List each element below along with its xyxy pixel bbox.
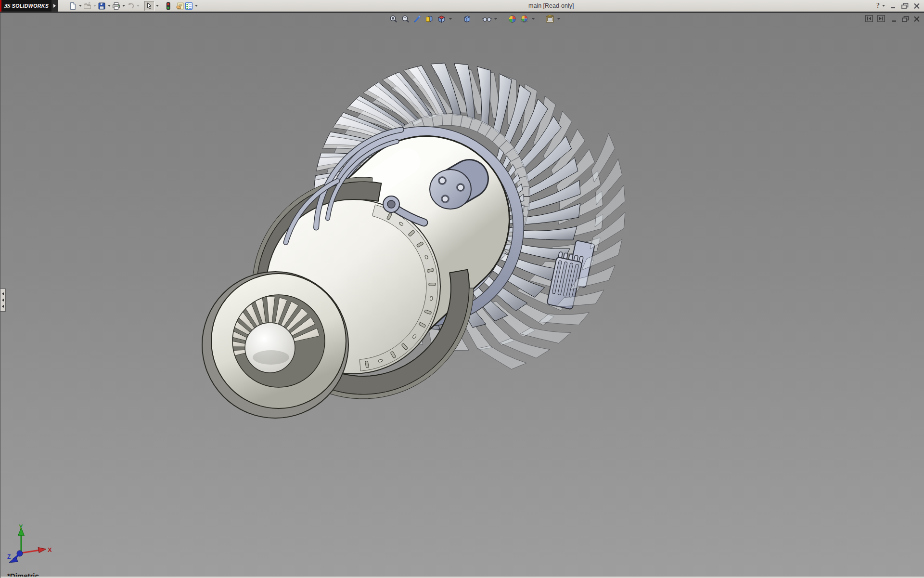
section-view-button[interactable] [424,14,435,24]
open-button[interactable] [83,1,92,11]
window-controls: ? [876,1,921,11]
help-dropdown[interactable] [881,1,886,11]
apply-scene-dropdown[interactable] [531,18,535,20]
collapse-featuremanager-button[interactable] [865,15,873,24]
help-button[interactable]: ? [876,2,880,10]
view-settings-button[interactable] [545,14,555,24]
options-button[interactable] [184,1,193,11]
traffic-light-icon [165,2,172,10]
doc-restore-icon [902,16,909,22]
select-button[interactable] [144,1,154,11]
menu-expand-button[interactable] [51,0,58,12]
new-document-button[interactable] [68,1,77,11]
triangle-left-icon [2,299,4,302]
triangle-left-icon [2,292,4,295]
hide-show-items-dropdown[interactable] [494,18,498,20]
undo-icon [127,2,135,10]
appearance-ball-icon [508,14,517,24]
print-dropdown[interactable] [121,1,126,11]
file-properties-button[interactable] [175,1,184,11]
hide-show-items-button[interactable] [482,14,492,24]
print-icon [112,2,120,10]
graphics-viewport[interactable]: Y X Z *Dimetric [0,13,924,578]
restore-button[interactable] [901,2,909,10]
featuremanager-collapsed-handle[interactable] [0,289,6,312]
panel-arrow-left-icon [865,15,873,22]
view-settings-dropdown[interactable] [557,18,561,20]
doc-minimize-button[interactable] [891,15,898,24]
undo-dropdown[interactable] [135,1,141,11]
close-icon [913,3,920,9]
file-properties-icon [176,2,184,10]
save-button[interactable] [97,1,106,11]
view-settings-icon [545,14,554,24]
brand-name: SOLIDWORKS [12,3,49,9]
new-document-dropdown[interactable] [77,1,83,11]
panel-arrow-right-icon [877,15,885,22]
select-cursor-icon [146,2,153,10]
previous-view-button[interactable] [412,14,423,24]
rebuild-button[interactable] [164,1,173,11]
zoom-to-fit-button[interactable] [388,14,398,24]
apply-scene-button[interactable] [519,14,529,24]
minimize-button[interactable] [889,2,898,10]
doc-restore-button[interactable] [902,15,909,24]
solidworks-logo: 3S SOLIDWORKS [1,0,51,12]
standard-toolbar [68,1,199,11]
triad-x-label: X [48,546,52,553]
display-style-button[interactable] [462,14,472,24]
new-document-icon [69,2,77,10]
title-bar: 3S SOLIDWORKS [0,0,924,13]
open-folder-icon [83,2,91,10]
doc-close-button[interactable] [913,15,920,24]
zoom-to-area-button[interactable] [400,14,411,24]
doc-minimize-icon [891,16,898,22]
options-dropdown[interactable] [193,1,199,11]
view-orientation-dropdown[interactable] [449,18,452,20]
print-button[interactable] [112,1,121,11]
options-checklist-icon [185,2,193,10]
restore-icon [901,3,909,9]
close-button[interactable] [912,2,921,10]
chevron-right-icon [53,4,56,8]
orientation-triad: Y X Z [5,524,53,565]
triad-z-label: Z [7,553,11,560]
section-view-icon [425,14,434,24]
expand-featuremanager-button[interactable] [877,15,885,24]
minimize-icon [890,3,897,9]
window-title: main [Read-only] [528,2,574,9]
save-dropdown[interactable] [106,1,112,11]
view-orientation-button[interactable] [436,14,447,24]
dassault-3s-logo-icon: 3S [4,2,10,10]
select-dropdown[interactable] [154,1,160,11]
document-window-controls [865,15,920,24]
zoom-to-fit-icon [389,14,398,24]
view-orientation-cube-icon [437,14,446,24]
zoom-to-area-icon [401,14,410,24]
display-style-cube-icon [462,14,472,24]
triad-y-label: Y [19,524,23,530]
edit-appearance-button[interactable] [507,14,517,24]
apply-scene-icon [520,14,529,24]
triangle-left-icon [2,305,4,308]
engine-3d-model [0,13,924,578]
doc-close-icon [913,16,920,22]
undo-button[interactable] [126,1,135,11]
previous-view-icon [413,14,422,24]
open-dropdown[interactable] [92,1,97,11]
headsup-view-toolbar [388,14,561,24]
glasses-icon [482,14,492,24]
save-floppy-icon [98,2,106,10]
